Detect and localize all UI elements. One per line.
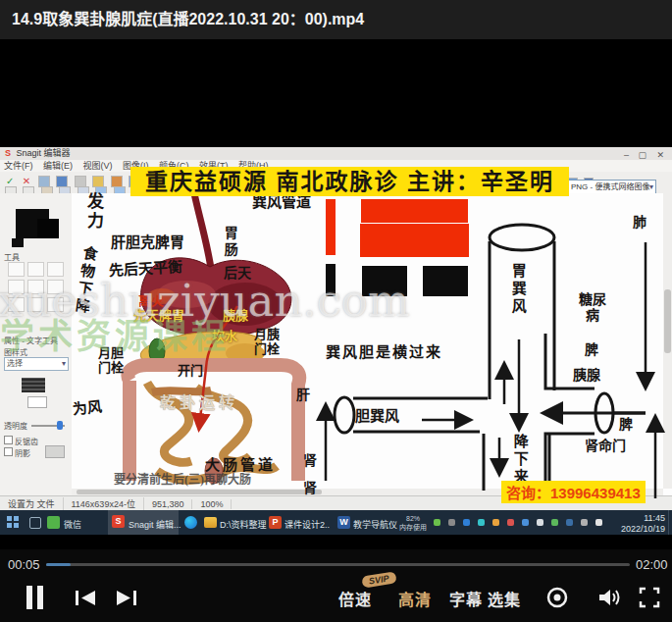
video-title: 14.9取象巽卦腺肌症(直播2022.10.31 20：00).mp4 (12, 0, 364, 39)
label-stomach-wind: 胃巽风 (509, 263, 526, 316)
quality-button[interactable]: 高清 (398, 587, 432, 610)
label-liver-gb: 肝胆克脾胃 (111, 234, 184, 251)
subtitles-button[interactable]: 字幕 (449, 587, 483, 610)
target-button[interactable] (545, 586, 569, 613)
label-bottom-note: 要分清前生后(三)再聊大肠 (114, 474, 251, 487)
previous-icon (75, 590, 96, 606)
target-icon (545, 586, 569, 609)
label-wind-pipe: 巽风管道 (252, 194, 311, 211)
pause-icon (25, 585, 46, 610)
label-kan-water: 坎水 (212, 330, 237, 344)
svip-badge: SVIP (361, 571, 396, 588)
label-as-wind: 为风 (72, 398, 103, 418)
label-liver: 肝 (296, 388, 310, 403)
label-innate-spleen: 先天脾胃 (133, 309, 184, 324)
label-qian-rotation: 乾卦运转 (160, 394, 238, 412)
label-gb-wind: 胆巽风 (355, 408, 399, 425)
pause-button[interactable] (25, 585, 46, 614)
progress-bar[interactable] (46, 563, 630, 566)
label-left-valve: 月胆 门栓 (98, 346, 124, 375)
volume-icon (596, 586, 624, 609)
label-spleen-b: 脾 (619, 417, 633, 433)
label-acquired: 后天 (224, 266, 251, 282)
previous-button[interactable] (75, 590, 96, 610)
label-pancreas-r: 胰腺 (573, 368, 600, 384)
label-descend: 降下来 (511, 434, 528, 487)
player-controls: 00:05 02:00 倍速 SVIP 高清 字幕 选集 (0, 549, 672, 622)
speed-button[interactable]: 倍速 (338, 587, 372, 610)
label-force: 发力 (84, 192, 103, 232)
label-kidney-b: 肾 (303, 481, 317, 496)
consult-phone: 咨询：13996439413 (501, 481, 646, 503)
lecture-banner: 重庆益硕源 南北政脉诊 主讲：辛圣明 (130, 167, 569, 196)
label-kidney-a: 肾 (303, 453, 317, 469)
label-kidney-gate: 肾命门 (585, 439, 626, 454)
next-icon (116, 590, 137, 606)
label-right-valve: 月胰 门栓 (254, 328, 280, 356)
video-player: 14.9取象巽卦腺肌症(直播2022.10.31 20：00).mp4 S Sn… (0, 0, 672, 622)
label-colon-pipe: 大肠管道 (205, 457, 276, 474)
player-title-bar: 14.9取象巽卦腺肌症(直播2022.10.31 20：00).mp4 (0, 0, 672, 39)
label-gb-across: 巽风胆是横过来 (326, 344, 442, 361)
progress-fill (46, 563, 71, 566)
episodes-button[interactable]: 选集 (488, 587, 521, 610)
fullscreen-button[interactable] (638, 586, 661, 613)
video-frame[interactable]: S Snagit 编辑器 – ▢ ✕ 文件(F) 编辑(E) 视图(V) 图像(… (0, 147, 672, 535)
label-spleen-a: 脾 (585, 342, 598, 358)
label-open-door: 开门 (178, 364, 203, 379)
volume-button[interactable] (596, 586, 624, 613)
label-lung: 肺 (633, 215, 646, 231)
total-time: 02:00 (636, 557, 668, 572)
current-time: 00:05 (8, 557, 40, 572)
label-pancreas: 胰腺 (223, 309, 248, 324)
label-diabetes: 糖尿 病 (579, 292, 606, 323)
fullscreen-icon (638, 586, 661, 609)
next-button[interactable] (116, 590, 137, 610)
label-stomach-gut: 胃肠 (222, 226, 237, 259)
label-li-fire: 离火 (138, 294, 164, 309)
